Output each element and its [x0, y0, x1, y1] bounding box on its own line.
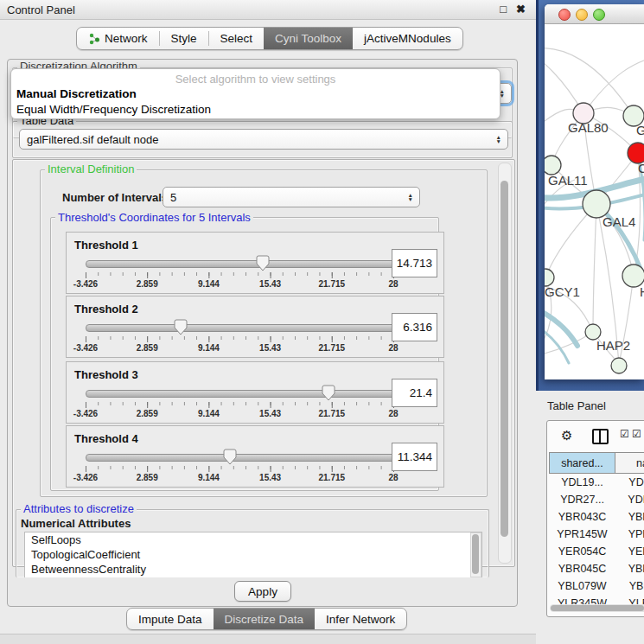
threshold-3-slider[interactable]: -3.4262.8599.14415.4321.71528: [86, 386, 393, 418]
slider-thumb[interactable]: [256, 255, 270, 271]
table-cell[interactable]: YBL0: [615, 577, 644, 595]
table-row[interactable]: YER054CYER0: [550, 543, 644, 560]
tick-label: 2.859: [137, 279, 158, 289]
network-view-window: GAL80 G C GAL11 GAL4 GCY1 H HAP2: [545, 4, 644, 379]
table-cell[interactable]: YDL1: [615, 474, 644, 492]
minimize-traffic-light[interactable]: [576, 9, 588, 21]
table-cell[interactable]: YER054C: [550, 543, 615, 560]
tab-cyni-toolbox[interactable]: Cyni Toolbox: [264, 28, 353, 49]
threshold-2-value-field[interactable]: 6.316: [392, 313, 437, 341]
vertical-scrollbar-thumb[interactable]: [501, 181, 508, 537]
table-row[interactable]: YBR045CYBR0: [550, 560, 644, 577]
dropdown-placeholder: Select algorithm to view settings: [11, 73, 500, 86]
node-gal11[interactable]: [545, 156, 561, 175]
table-cell[interactable]: YIL0: [615, 612, 644, 617]
table-row[interactable]: YBR043CYBR0: [550, 508, 644, 526]
tick-label: 2.859: [137, 473, 158, 482]
threshold-3-value-field[interactable]: 21.4: [392, 379, 437, 407]
tab-select[interactable]: Select: [209, 28, 265, 49]
slider-thumb[interactable]: [174, 319, 188, 335]
close-traffic-light[interactable]: [558, 9, 571, 21]
tab-infer-network[interactable]: Infer Network: [315, 609, 406, 629]
table-cell[interactable]: YDR2: [615, 491, 644, 508]
node-label-gal80: GAL80: [568, 120, 609, 135]
tick-label: -3.426: [73, 279, 98, 289]
tab-network[interactable]: Network: [77, 28, 159, 49]
columns-icon[interactable]: [592, 429, 609, 444]
threshold-4-value-field[interactable]: 11.344: [392, 443, 437, 471]
apply-row: Apply: [8, 577, 515, 604]
checkbox-icon[interactable]: ☑: [620, 428, 629, 440]
table-cell[interactable]: YER0: [615, 543, 644, 560]
dropdown-option-manual[interactable]: Manual Discretization: [16, 87, 137, 100]
table-row[interactable]: YDR27...YDR2: [550, 491, 644, 508]
tab-jactivemnodules[interactable]: jActiveMNodules: [353, 28, 462, 49]
apply-button[interactable]: Apply: [234, 581, 291, 602]
threshold-2-panel: Threshold 2 -3.4262.8599.14415.4321.7152…: [66, 296, 444, 358]
checkbox-icon[interactable]: ☑: [632, 428, 641, 440]
table-cell[interactable]: YDR27...: [550, 491, 615, 508]
slider-major-ticks: [86, 272, 394, 278]
attributes-group-label: Attributes to discretize: [21, 503, 137, 515]
table-row[interactable]: YDL19...YDL1: [550, 474, 644, 492]
slider-track[interactable]: [86, 390, 395, 398]
tab-label: Network: [105, 32, 148, 45]
slider-major-ticks: [86, 402, 394, 408]
list-item[interactable]: TopologicalCoefficient: [25, 547, 481, 562]
table-data-selected: galFiltered.sif default node: [27, 133, 158, 146]
table-cell[interactable]: YBR043C: [550, 508, 615, 526]
table-data-combo[interactable]: galFiltered.sif default node ▲▼: [19, 129, 508, 150]
table-cell[interactable]: YBR0: [615, 560, 644, 577]
slider-tick-labels: -3.4262.8599.14415.4321.71528: [86, 279, 393, 289]
threshold-1-slider[interactable]: -3.4262.8599.14415.4321.71528: [86, 257, 393, 288]
zoom-traffic-light[interactable]: [593, 9, 605, 21]
slider-thumb[interactable]: [322, 385, 335, 401]
list-item[interactable]: SelfLoops: [25, 532, 481, 547]
network-canvas[interactable]: GAL80 G C GAL11 GAL4 GCY1 H HAP2: [545, 24, 644, 379]
table-cell[interactable]: YPR1: [615, 526, 644, 543]
table-cell[interactable]: YBL079W: [550, 577, 615, 595]
numerical-attributes-list[interactable]: SelfLoops TopologicalCoefficient Between…: [24, 532, 482, 578]
float-window-icon[interactable]: □: [500, 3, 507, 16]
tab-label: Cyni Toolbox: [275, 32, 341, 45]
horizontal-scrollbar-thumb[interactable]: [551, 605, 644, 611]
tab-impute-data[interactable]: Impute Data: [127, 609, 214, 629]
table-cell[interactable]: YIL052C: [550, 612, 615, 617]
threshold-1-value-field[interactable]: 14.713: [392, 249, 437, 277]
slider-track[interactable]: [86, 454, 395, 462]
vertical-scrollbar[interactable]: [498, 163, 512, 564]
table-cell[interactable]: YBR0: [615, 508, 644, 526]
node-unlabeled-bottom[interactable]: [611, 358, 627, 373]
slider-track[interactable]: [86, 324, 395, 332]
table-row[interactable]: YIL052CYIL0: [550, 612, 644, 617]
tick-label: -3.426: [73, 343, 98, 353]
tab-label: Style: [171, 32, 197, 45]
horizontal-scrollbar[interactable]: [550, 604, 644, 612]
close-window-icon[interactable]: ✖: [516, 3, 526, 16]
list-item[interactable]: BetweennessCentrality: [25, 562, 481, 577]
column-header-shared[interactable]: shared...: [550, 453, 615, 474]
threshold-4-slider[interactable]: -3.4262.8599.14415.4321.71528: [86, 450, 393, 481]
tab-discretize-data[interactable]: Discretize Data: [214, 609, 316, 629]
threshold-2-slider[interactable]: -3.4262.8599.14415.4321.71528: [86, 321, 393, 352]
gear-icon[interactable]: ⚙: [561, 428, 572, 443]
table-row[interactable]: YPR145WYPR1: [550, 526, 644, 543]
table-cell[interactable]: YDL19...: [550, 474, 615, 492]
tab-label: Select: [220, 32, 253, 45]
top-tab-bar: Network Style Select Cyni Toolbox jActiv…: [76, 27, 463, 50]
tab-label: Discretize Data: [225, 613, 304, 626]
table-row[interactable]: YBL079WYBL0: [550, 577, 644, 595]
table-cell[interactable]: YBR045C: [550, 560, 615, 577]
attributes-scrollbar-thumb[interactable]: [472, 534, 479, 574]
slider-track[interactable]: [86, 260, 395, 268]
tab-style[interactable]: Style: [160, 28, 208, 49]
num-intervals-combo[interactable]: 5 ▲▼: [163, 187, 420, 207]
thresholds-group: Threshold's Coordinates for 5 Intervals …: [50, 217, 439, 491]
node-gcy1[interactable]: [545, 269, 554, 286]
dropdown-option-equal-width[interactable]: Equal Width/Frequency Discretization: [16, 103, 211, 116]
threshold-3-label: Threshold 3: [74, 368, 138, 381]
column-header-name[interactable]: na: [615, 453, 644, 474]
attributes-scrollbar[interactable]: [470, 532, 481, 577]
slider-thumb[interactable]: [223, 449, 237, 465]
table-cell[interactable]: YPR145W: [550, 526, 615, 543]
